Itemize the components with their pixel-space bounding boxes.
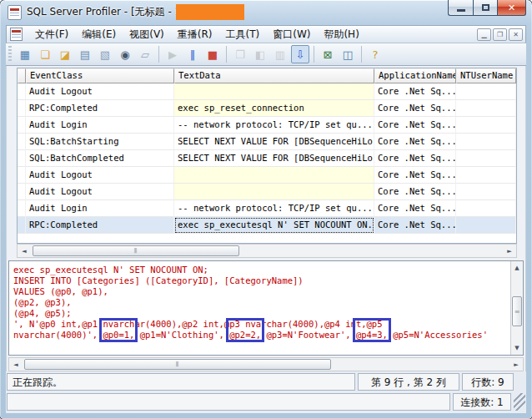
sql-line: VALUES (@p0, @p1), xyxy=(13,286,510,297)
applicationname-cell: Core .Net Sq... xyxy=(374,100,456,117)
menu-tools[interactable]: 工具(T) xyxy=(219,25,267,44)
profiler-window: SQL Server Profiler - [无标题 - 1 ✕ 文件(F)编辑… xyxy=(0,0,532,419)
organize-columns-icon: ❐ xyxy=(231,45,249,63)
scroll-right-icon[interactable]: ► xyxy=(509,358,523,371)
save-trace-icon[interactable]: ▤ xyxy=(76,45,94,63)
titlebar[interactable]: SQL Server Profiler - [无标题 - 1 ✕ xyxy=(0,0,532,25)
row-selector-cell xyxy=(18,200,26,217)
trace-row[interactable]: SQL:BatchStartingSELECT NEXT VALUE FOR [… xyxy=(18,134,516,150)
open-trace-icon[interactable]: ◪ xyxy=(56,45,74,63)
scroll-up-icon[interactable]: ▲ xyxy=(511,262,523,274)
performance-counters-icon[interactable]: ◫ xyxy=(339,45,357,63)
mdi-restore-button[interactable]: ❐ xyxy=(493,28,507,41)
grid-hscroll-thumb[interactable]: ⦀ xyxy=(33,245,239,256)
ntusername-cell xyxy=(456,184,516,200)
trace-row[interactable]: SQL:BatchCompletedSELECT NEXT VALUE FOR … xyxy=(18,150,516,167)
pause-trace-icon[interactable]: ‖ xyxy=(183,45,202,63)
menu-edit[interactable]: 编辑(E) xyxy=(75,25,123,44)
column-header-ntusername[interactable]: NTUserName xyxy=(456,68,516,83)
detail-vscroll-thumb[interactable]: ≡ xyxy=(512,296,522,326)
client-area: EventClassTextDataApplicationNameNTUserN… xyxy=(6,66,526,371)
textdata-cell: exec sp_executesql N' SET NOCOUNT ON... xyxy=(174,217,374,234)
textdata-panel: exec sp_executesql N' SET NOCOUNT ON;INS… xyxy=(8,260,524,356)
trace-row[interactable]: Audit LogoutCore .Net Sq... xyxy=(18,167,516,184)
column-header-textdata[interactable]: TextData xyxy=(174,68,374,83)
scroll-down-icon[interactable]: ▼ xyxy=(511,342,523,354)
close-button[interactable]: ✕ xyxy=(498,0,526,16)
resize-grip[interactable] xyxy=(514,393,525,411)
redaction-box xyxy=(176,4,244,20)
scroll-left-icon[interactable]: ◄ xyxy=(18,245,31,257)
row-selector-header xyxy=(18,68,26,83)
menu-view[interactable]: 视图(V) xyxy=(123,25,171,44)
trace-row[interactable]: Audit Login-- network protocol: TCP/IP s… xyxy=(18,117,516,134)
applicationname-cell: Core .Net Sq... xyxy=(374,134,456,150)
menu-file[interactable]: 文件(F) xyxy=(28,25,75,44)
stop-trace-icon[interactable]: ■ xyxy=(203,45,222,63)
param-annotation-box: @p0=1, xyxy=(99,318,138,342)
eraser-icon[interactable]: ▱ xyxy=(136,45,154,63)
auto-scroll-icon[interactable]: ⇩ xyxy=(291,45,309,63)
menu-help[interactable]: 帮助(H) xyxy=(317,25,365,44)
eventclass-cell: Audit Login xyxy=(26,200,174,217)
minimize-icon xyxy=(457,9,465,12)
mdi-minimize-button[interactable]: ▁ xyxy=(477,28,491,41)
menu-replay[interactable]: 重播(R) xyxy=(171,25,219,44)
window-controls: ✕ xyxy=(448,0,526,16)
applicationname-cell: Core .Net Sq... xyxy=(374,200,456,217)
trace-row[interactable]: RPC:Completedexec sp_reset_connectionCor… xyxy=(18,100,516,117)
ntusername-cell xyxy=(456,117,516,134)
sql-text[interactable]: exec sp_executesql N' SET NOCOUNT ON;INS… xyxy=(9,261,510,355)
textdata-cell: SELECT NEXT VALUE FOR [DBSequenceHiLo] xyxy=(174,150,374,167)
row-selector-cell xyxy=(18,217,26,234)
grid-hscrollbar[interactable]: ◄ ⦀ ► xyxy=(17,244,517,258)
applicationname-cell: Core .Net Sq... xyxy=(374,217,456,234)
mdi-document-icon[interactable] xyxy=(10,28,23,41)
eventclass-cell: Audit Logout xyxy=(26,184,174,200)
detail-hscrollbar[interactable]: ◄ ⦀ ► xyxy=(8,357,524,371)
start-trace-icon: ▶ xyxy=(163,45,182,63)
mdi-close-button[interactable]: ✕ xyxy=(509,28,523,41)
applicationname-cell: Core .Net Sq... xyxy=(374,117,456,134)
row-selector-cell xyxy=(18,134,26,150)
row-selector-cell xyxy=(18,167,26,184)
column-header-eventclass[interactable]: EventClass xyxy=(26,68,174,83)
minimize-button[interactable] xyxy=(448,0,473,16)
trace-row[interactable]: Audit LogoutCore .Net Sq... xyxy=(18,184,516,200)
row-selector-cell xyxy=(18,150,26,167)
row-selector-cell xyxy=(18,100,26,117)
trace-row[interactable]: RPC:Completedexec sp_executesql N' SET N… xyxy=(18,217,516,234)
detail-hscroll-thumb[interactable]: ⦀ xyxy=(24,359,331,370)
trace-properties-icon[interactable]: ▦ xyxy=(16,45,34,63)
maximize-button[interactable] xyxy=(473,0,498,16)
toolbar-separator xyxy=(158,46,159,63)
column-header-applicationname[interactable]: ApplicationName xyxy=(374,68,456,83)
eventclass-cell: RPC:Completed xyxy=(26,217,174,234)
help-icon[interactable]: ? xyxy=(366,45,384,63)
maximize-icon xyxy=(482,4,489,11)
mdi-close-icon: ✕ xyxy=(513,31,519,38)
export-icon[interactable]: ⊠ xyxy=(319,45,337,63)
textdata-cell: -- network protocol: TCP/IP set qu... xyxy=(174,117,374,134)
toolbar-gripper[interactable] xyxy=(8,46,12,63)
grid-header: EventClassTextDataApplicationNameNTUserN… xyxy=(18,68,516,83)
new-trace-icon[interactable]: ❏ xyxy=(36,45,54,63)
applicationname-cell: Core .Net Sq... xyxy=(374,83,456,100)
scroll-right-icon[interactable]: ► xyxy=(503,245,516,257)
eventclass-cell: SQL:BatchCompleted xyxy=(26,150,174,167)
menu-window[interactable]: 窗口(W) xyxy=(266,25,317,44)
trace-row[interactable]: Audit LogoutCore .Net Sq... xyxy=(18,83,516,100)
detail-vscrollbar[interactable]: ▲ ≡ ▼ xyxy=(510,261,523,355)
param-annotation-box: @p4=3, xyxy=(353,318,391,342)
textdata-cell xyxy=(174,167,374,184)
row-selector-cell xyxy=(18,83,26,100)
properties-icon[interactable]: ▧ xyxy=(96,45,114,63)
textdata-cell: SELECT NEXT VALUE FOR [DBSequenceHiLo] xyxy=(174,134,374,150)
applicationname-cell: Core .Net Sq... xyxy=(374,184,456,200)
trace-row[interactable]: Audit Login-- network protocol: TCP/IP s… xyxy=(18,200,516,217)
menu-items: 文件(F)编辑(E)视图(V)重播(R)工具(T)窗口(W)帮助(H) xyxy=(28,25,366,44)
grid-body: Audit LogoutCore .Net Sq...RPC:Completed… xyxy=(18,83,516,234)
scroll-left-icon[interactable]: ◄ xyxy=(9,358,23,371)
applicationname-cell: Core .Net Sq... xyxy=(374,150,456,167)
find-icon[interactable]: ◉ xyxy=(116,45,134,63)
